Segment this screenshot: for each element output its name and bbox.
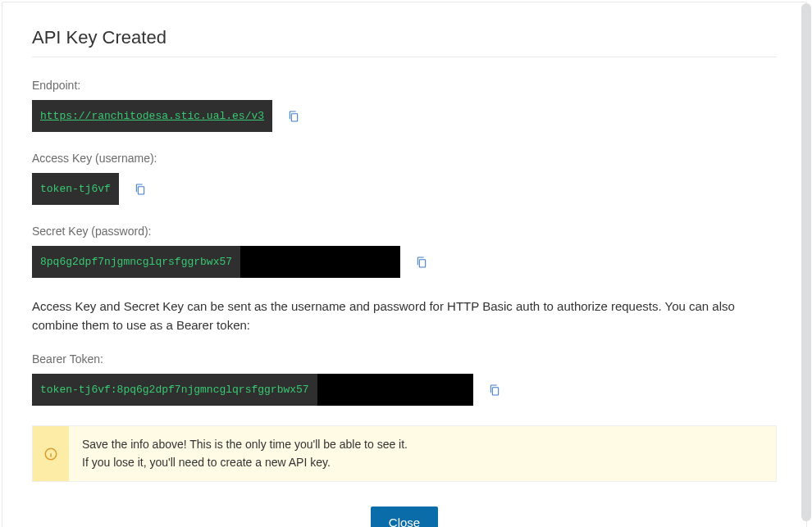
svg-rect-2 (419, 259, 425, 266)
masked-tail (317, 374, 473, 406)
endpoint-row: https://ranchitodesa.stic.ual.es/v3 (32, 100, 777, 132)
banner-text: Save the info above! This is the only ti… (69, 426, 421, 481)
clipboard-icon[interactable] (488, 383, 501, 398)
api-key-created-modal: API Key Created Endpoint: https://ranchi… (2, 2, 807, 527)
bearer-token-value: token-tj6vf:8pq6g2dpf7njgmncglqrsfggrbwx… (32, 374, 317, 406)
endpoint-label: Endpoint: (32, 79, 777, 92)
clipboard-icon[interactable] (134, 182, 147, 197)
bearer-token-row: token-tj6vf:8pq6g2dpf7njgmncglqrsfggrbwx… (32, 374, 777, 406)
modal-title: API Key Created (32, 27, 777, 57)
info-icon (33, 426, 69, 481)
endpoint-link[interactable]: https://ranchitodesa.stic.ual.es/v3 (40, 110, 264, 122)
bearer-token-value-block: token-tj6vf:8pq6g2dpf7njgmncglqrsfggrbwx… (32, 374, 473, 406)
access-key-row: token-tj6vf (32, 173, 777, 205)
scrollbar-thumb[interactable] (801, 3, 811, 521)
svg-rect-1 (138, 186, 144, 193)
svg-rect-0 (291, 113, 297, 120)
access-key-value: token-tj6vf (32, 173, 119, 205)
modal-footer: Close (32, 507, 777, 527)
banner-line2: If you lose it, you'll need to create a … (82, 454, 408, 472)
secret-key-row: 8pq6g2dpf7njgmncglqrsfggrbwx57 (32, 246, 777, 278)
bearer-token-label: Bearer Token: (32, 352, 777, 366)
secret-key-value-block: 8pq6g2dpf7njgmncglqrsfggrbwx57 (32, 246, 400, 278)
endpoint-value-pill: https://ranchitodesa.stic.ual.es/v3 (32, 100, 272, 132)
svg-rect-3 (492, 387, 498, 394)
clipboard-icon[interactable] (415, 255, 428, 270)
access-key-label: Access Key (username): (32, 152, 777, 165)
close-button[interactable]: Close (371, 507, 438, 527)
masked-tail (240, 246, 400, 278)
secret-key-value: 8pq6g2dpf7njgmncglqrsfggrbwx57 (32, 246, 240, 278)
clipboard-icon[interactable] (287, 109, 300, 124)
save-warning-banner: Save the info above! This is the only ti… (32, 425, 777, 482)
secret-key-label: Secret Key (password): (32, 225, 777, 238)
banner-line1: Save the info above! This is the only ti… (82, 436, 408, 454)
description-text: Access Key and Secret Key can be sent as… (32, 298, 777, 334)
